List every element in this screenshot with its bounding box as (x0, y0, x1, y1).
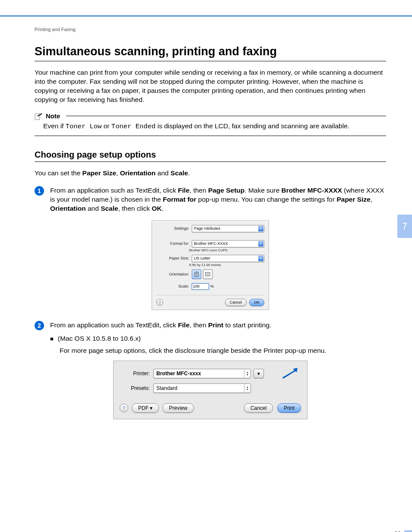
note-block: Note Even if Toner Low or Toner Ended is… (35, 112, 386, 136)
scale-unit: % (210, 284, 214, 288)
step-2: 2 From an application such as TextEdit, … (35, 320, 386, 330)
format-for-label: Format for: (156, 241, 192, 246)
print-dialog: Printer: Brother MFC-xxxx ▲▼ ▼ Presets: … (113, 361, 307, 419)
section-intro: You can set the Paper Size, Orientation … (35, 169, 386, 178)
page-setup-dialog: Settings: Page Attributes ▾ Format for: … (152, 220, 269, 310)
cancel-button[interactable]: Cancel (244, 403, 273, 413)
help-button[interactable]: ? (120, 404, 128, 412)
paper-size-label: Paper Size: (156, 256, 192, 260)
settings-dropdown[interactable]: Page Attributes ▾ (192, 225, 264, 232)
dropdown-arrow-icon: ▲▼ (244, 370, 250, 377)
scale-input[interactable]: 100 (192, 283, 209, 290)
orientation-label: Orientation: (156, 272, 192, 276)
page-number-block (404, 530, 412, 532)
cancel-button[interactable]: Cancel (225, 299, 247, 306)
page-title: Simultaneous scanning, printing and faxi… (35, 45, 386, 58)
orientation-landscape-button[interactable] (203, 269, 212, 279)
paper-size-subtext: 8.50 by 11.00 inches (189, 263, 269, 267)
help-button[interactable]: ? (156, 299, 163, 306)
settings-label: Settings: (156, 226, 192, 231)
print-button[interactable]: Print (277, 403, 301, 413)
mac-os-subtext: For more page setup options, click the d… (60, 347, 386, 355)
note-icon (35, 112, 43, 120)
page-number: 96 (395, 530, 401, 532)
orientation-portrait-button[interactable] (192, 269, 201, 279)
note-text: Even if Toner Low or Toner Ended is disp… (43, 122, 386, 131)
dropdown-arrow-icon: ▾ (258, 226, 263, 231)
bullet-square-icon: ■ (50, 335, 54, 344)
intro-paragraph: Your machine can print from your compute… (35, 68, 386, 104)
callout-arrow-icon (281, 368, 298, 382)
step-2-text: From an application such as TextEdit, cl… (50, 320, 271, 329)
step-1: 1 From an application such as TextEdit, … (35, 186, 386, 213)
presets-dropdown[interactable]: Standard ▲▼ (153, 383, 251, 393)
section-heading: Choosing page setup options (35, 150, 386, 160)
printer-label: Printer: (120, 370, 153, 377)
step-number-icon: 1 (35, 186, 44, 196)
breadcrumb: Printing and Faxing (35, 27, 386, 32)
printer-dropdown[interactable]: Brother MFC-xxxx ▲▼ (153, 369, 251, 378)
scale-label: Scale: (156, 284, 192, 288)
pdf-button[interactable]: PDF ▾ (132, 403, 159, 413)
dropdown-arrow-icon: ▾ (258, 256, 263, 261)
presets-label: Presets: (120, 385, 153, 391)
format-for-dropdown[interactable]: Brother MFC-XXXX ▾ (192, 240, 264, 247)
preview-button[interactable]: Preview (162, 403, 194, 413)
mac-os-bullet: ■ (Mac OS X 10.5.8 to 10.6.x) (50, 335, 386, 344)
disclosure-button[interactable]: ▼ (254, 369, 264, 378)
step-1-text: From an application such as TextEdit, cl… (50, 186, 386, 213)
dropdown-arrow-icon: ▾ (258, 241, 263, 247)
paper-size-dropdown[interactable]: US Letter ▾ (192, 255, 264, 262)
format-for-subtext: Brother MFC-xxxx CUPS (189, 248, 269, 252)
dropdown-arrow-icon: ▲▼ (244, 384, 250, 392)
ok-button[interactable]: OK (249, 299, 264, 306)
step-number-icon: 2 (35, 321, 44, 330)
note-label: Note (46, 112, 60, 120)
svg-rect-0 (35, 114, 40, 120)
